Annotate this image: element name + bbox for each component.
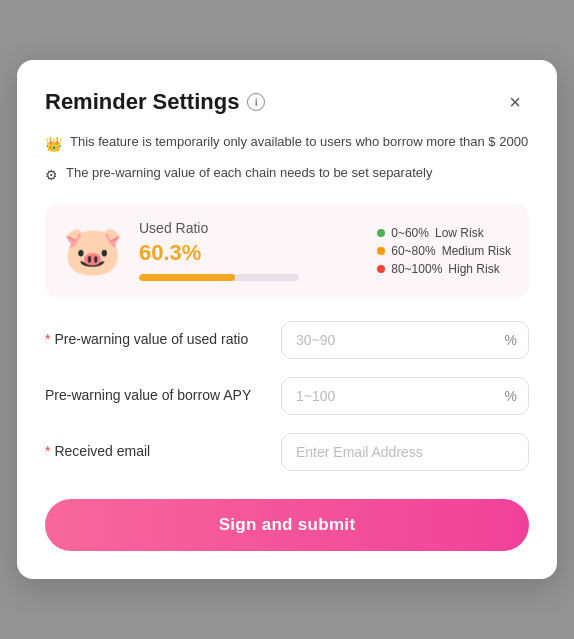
medium-risk-range: 60~80% — [391, 244, 435, 258]
risk-item-high: 80~100% High Risk — [377, 262, 511, 276]
progress-bar-background — [139, 274, 299, 281]
form-row-email: *Received email — [45, 433, 529, 471]
notice-text-2: The pre-warning value of each chain need… — [66, 163, 432, 183]
email-input-wrapper — [281, 433, 529, 471]
borrow-apy-input-wrapper: % — [281, 377, 529, 415]
form-row-used-ratio: *Pre-warning value of used ratio % — [45, 321, 529, 359]
progress-bar-fill — [139, 274, 235, 281]
notice-text-1: This feature is temporarily only availab… — [70, 132, 528, 152]
ratio-label: Used Ratio — [139, 220, 361, 236]
low-risk-range: 0~60% — [391, 226, 429, 240]
high-risk-dot — [377, 265, 385, 273]
used-ratio-input[interactable] — [281, 321, 529, 359]
form-row-borrow-apy: Pre-warning value of borrow APY % — [45, 377, 529, 415]
high-risk-label: High Risk — [448, 262, 499, 276]
reminder-settings-modal: Reminder Settings i × 👑 This feature is … — [17, 60, 557, 579]
used-ratio-input-wrapper: % — [281, 321, 529, 359]
form-section: *Pre-warning value of used ratio % Pre-w… — [45, 321, 529, 471]
settings-icon: ⚙ — [45, 165, 58, 186]
low-risk-dot — [377, 229, 385, 237]
crown-icon: 👑 — [45, 134, 62, 155]
ratio-value: 60.3% — [139, 240, 361, 266]
notice-item-2: ⚙ The pre-warning value of each chain ne… — [45, 163, 529, 186]
medium-risk-dot — [377, 247, 385, 255]
borrow-apy-input[interactable] — [281, 377, 529, 415]
notice-list: 👑 This feature is temporarily only avail… — [45, 132, 529, 186]
notice-item-1: 👑 This feature is temporarily only avail… — [45, 132, 529, 155]
risk-legend: 0~60% Low Risk 60~80% Medium Risk 80~100… — [361, 226, 511, 276]
modal-overlay: Reminder Settings i × 👑 This feature is … — [0, 0, 574, 639]
ratio-info: Used Ratio 60.3% — [139, 220, 361, 281]
ratio-card: 🐷 Used Ratio 60.3% 0~60% Low Risk 60~80%… — [45, 204, 529, 297]
info-icon[interactable]: i — [247, 93, 265, 111]
required-star-2: * — [45, 443, 50, 459]
required-star-1: * — [45, 331, 50, 347]
risk-item-low: 0~60% Low Risk — [377, 226, 511, 240]
modal-title: Reminder Settings — [45, 89, 239, 115]
piggy-icon: 🐷 — [63, 223, 123, 279]
modal-header: Reminder Settings i × — [45, 88, 529, 116]
close-button[interactable]: × — [501, 88, 529, 116]
medium-risk-label: Medium Risk — [442, 244, 511, 258]
high-risk-range: 80~100% — [391, 262, 442, 276]
submit-button[interactable]: Sign and submit — [45, 499, 529, 551]
risk-item-medium: 60~80% Medium Risk — [377, 244, 511, 258]
modal-title-group: Reminder Settings i — [45, 89, 265, 115]
low-risk-label: Low Risk — [435, 226, 484, 240]
borrow-apy-label: Pre-warning value of borrow APY — [45, 386, 265, 406]
used-ratio-label: *Pre-warning value of used ratio — [45, 330, 265, 350]
email-input[interactable] — [281, 433, 529, 471]
email-label: *Received email — [45, 442, 265, 462]
